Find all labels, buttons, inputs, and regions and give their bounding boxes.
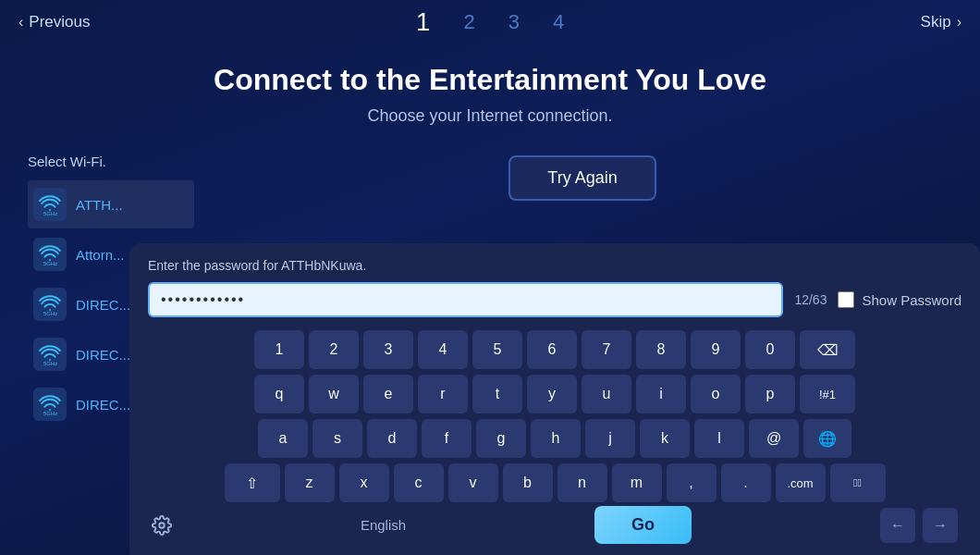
key-1[interactable]: 1	[254, 330, 304, 369]
globe-key[interactable]: 🌐	[803, 419, 851, 458]
key-at[interactable]: @	[749, 419, 799, 458]
skip-button[interactable]: Skip ›	[921, 13, 962, 31]
key-q[interactable]: q	[254, 375, 304, 413]
key-a[interactable]: a	[258, 419, 308, 458]
step-4: 4	[553, 10, 564, 34]
key-v[interactable]: v	[448, 463, 498, 502]
keyboard-bottom: English Go ← →	[148, 506, 962, 544]
shift-key[interactable]: ⇧	[225, 463, 280, 502]
key-2[interactable]: 2	[309, 330, 359, 369]
key-comma[interactable]: ,	[667, 463, 717, 502]
top-nav: ‹ Previous 1 2 3 4 Skip ›	[0, 0, 980, 44]
wifi-icon-2: 5GHz	[33, 288, 67, 321]
key-e[interactable]: e	[363, 375, 413, 413]
dotcom-key[interactable]: .com	[776, 463, 826, 502]
backspace-key[interactable]: ⌫	[800, 330, 855, 369]
key-z[interactable]: z	[285, 463, 335, 502]
key-period[interactable]: .	[721, 463, 771, 502]
key-4[interactable]: 4	[418, 330, 468, 369]
keyboard-overlay: Enter the password for ATTHbNKuwa. 12/63…	[129, 243, 980, 555]
svg-text:5GHz: 5GHz	[43, 411, 57, 415]
arrow-left-button[interactable]: ←	[880, 508, 915, 543]
go-button[interactable]: Go	[594, 506, 692, 544]
key-p[interactable]: p	[745, 375, 795, 413]
keyboard: 1 2 3 4 5 6 7 8 9 0 ⌫ q w e r t y u i o …	[148, 330, 962, 502]
wifi-icon-0: 5GHz	[33, 188, 67, 221]
wifi-icon-1: 5GHz	[33, 238, 67, 271]
key-7[interactable]: 7	[582, 330, 631, 369]
wifi-name-1: Attorn...	[76, 247, 125, 263]
key-i[interactable]: i	[636, 375, 686, 413]
arrow-right-button[interactable]: →	[923, 508, 958, 543]
step-3: 3	[508, 10, 520, 34]
key-n[interactable]: n	[557, 463, 607, 502]
key-9[interactable]: 9	[691, 330, 741, 369]
key-k[interactable]: k	[640, 419, 690, 458]
chevron-left-icon: ‹	[18, 14, 23, 31]
key-g[interactable]: g	[476, 419, 526, 458]
previous-button[interactable]: ‹ Previous	[18, 13, 90, 31]
number-row: 1 2 3 4 5 6 7 8 9 0 ⌫	[148, 330, 962, 369]
key-b[interactable]: b	[503, 463, 553, 502]
key-y[interactable]: y	[527, 375, 577, 413]
key-l[interactable]: l	[694, 419, 744, 458]
page-header: Connect to the Entertainment You Love Ch…	[0, 44, 980, 135]
svg-text:5GHz: 5GHz	[43, 361, 57, 365]
special-chars-key[interactable]: !#1	[800, 375, 855, 413]
key-s[interactable]: s	[312, 419, 362, 458]
wifi-name-4: DIREC...	[76, 397, 130, 413]
try-again-button[interactable]: Try Again	[508, 155, 655, 201]
step-indicators: 1 2 3 4	[416, 7, 564, 37]
svg-text:5GHz: 5GHz	[43, 311, 57, 315]
wifi-icon-4: 5GHz	[33, 388, 67, 421]
key-t[interactable]: t	[472, 375, 522, 413]
keyboard-language: English	[361, 517, 406, 533]
wifi-item-0[interactable]: 5GHz ATTH...	[28, 180, 194, 228]
show-password-checkbox[interactable]	[838, 291, 854, 308]
step-2: 2	[463, 10, 474, 34]
key-m[interactable]: m	[612, 463, 662, 502]
key-3[interactable]: 3	[363, 330, 413, 369]
skip-label: Skip	[921, 13, 951, 31]
key-u[interactable]: u	[582, 375, 631, 413]
wifi-name-2: DIREC...	[76, 297, 130, 313]
chevron-right-icon: ›	[957, 14, 962, 31]
try-again-area: Try Again	[213, 154, 952, 201]
key-j[interactable]: j	[585, 419, 635, 458]
password-input[interactable]	[148, 282, 783, 317]
show-password-toggle[interactable]: Show Password	[838, 291, 962, 308]
key-h[interactable]: h	[531, 419, 581, 458]
wifi-icon-3: 5GHz	[33, 338, 67, 371]
page-title: Connect to the Entertainment You Love	[0, 63, 980, 97]
keyboard-arrows: ← →	[880, 508, 958, 543]
key-8[interactable]: 8	[636, 330, 686, 369]
wifi-name-0: ATTH...	[76, 197, 123, 213]
zxcv-row: ⇧ z x c v b n m , . .com ⇧⃞	[148, 463, 962, 502]
step-1: 1	[416, 7, 431, 37]
key-6[interactable]: 6	[527, 330, 577, 369]
wifi-label: Select Wi-Fi.	[28, 154, 194, 169]
show-password-label: Show Password	[862, 292, 962, 308]
svg-text:5GHz: 5GHz	[43, 211, 57, 216]
key-o[interactable]: o	[691, 375, 741, 413]
svg-point-5	[159, 523, 165, 528]
previous-label: Previous	[29, 13, 90, 31]
wifi-name-3: DIREC...	[76, 347, 130, 363]
keyboard-settings-button[interactable]	[152, 515, 172, 536]
qwerty-row: q w e r t y u i o p !#1	[148, 375, 962, 413]
key-0[interactable]: 0	[745, 330, 795, 369]
key-f[interactable]: f	[422, 419, 472, 458]
password-row: 12/63 Show Password	[148, 282, 962, 317]
key-c[interactable]: c	[394, 463, 444, 502]
asdf-row: a s d f g h j k l @ 🌐	[148, 419, 962, 458]
key-x[interactable]: x	[339, 463, 389, 502]
char-count: 12/63	[794, 292, 827, 307]
svg-text:5GHz: 5GHz	[43, 261, 57, 265]
key-w[interactable]: w	[309, 375, 359, 413]
key-5[interactable]: 5	[472, 330, 522, 369]
shift-icon-key[interactable]: ⇧⃞	[830, 463, 886, 502]
password-label: Enter the password for ATTHbNKuwa.	[148, 258, 962, 273]
key-r[interactable]: r	[418, 375, 468, 413]
key-d[interactable]: d	[367, 419, 417, 458]
page-subtitle: Choose your Internet connection.	[0, 106, 980, 126]
